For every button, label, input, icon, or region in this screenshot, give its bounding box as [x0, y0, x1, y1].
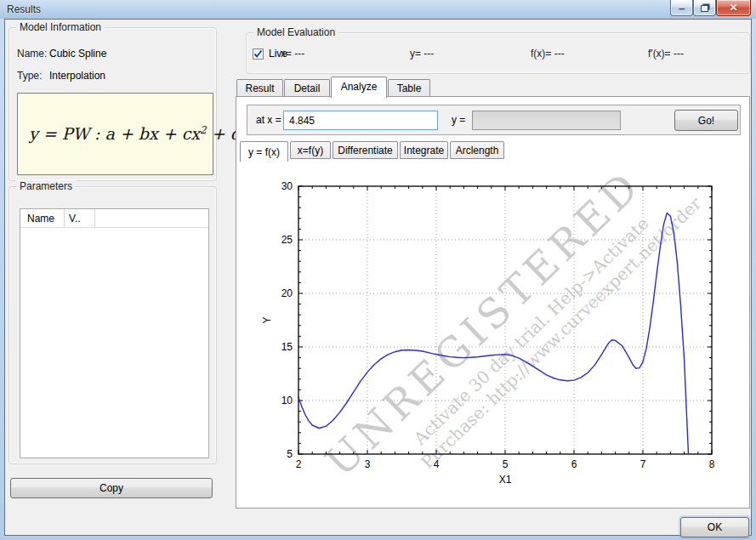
svg-text:30: 30 — [281, 180, 293, 192]
parameters-table[interactable]: Name V.. — [20, 208, 209, 458]
parameters-table-header: Name V.. — [20, 209, 208, 228]
go-button[interactable]: Go! — [674, 110, 738, 131]
x-readout: x= --- — [281, 48, 304, 60]
subtab-arclength[interactable]: Arclength — [450, 141, 504, 159]
svg-text:UNREGISTERED: UNREGISTERED — [316, 162, 651, 486]
tab-detail-label: Detail — [294, 82, 321, 94]
svg-text:25: 25 — [281, 234, 293, 246]
copy-button-label: Copy — [99, 482, 123, 494]
svg-text:2: 2 — [296, 458, 302, 470]
y-result-field — [472, 111, 621, 130]
minimize-icon: – — [679, 2, 685, 14]
subtab-y-fx-label: y = f(x) — [248, 146, 280, 158]
model-name-value: Cubic Spline — [49, 48, 106, 60]
svg-text:6: 6 — [571, 458, 577, 470]
checkmark-icon — [253, 49, 263, 59]
model-formula-box: y = PW : a + bx + cx2 + dx3 — [17, 93, 213, 175]
tab-detail[interactable]: Detail — [284, 79, 330, 97]
svg-text:20: 20 — [281, 287, 293, 299]
column-header-value[interactable]: V.. — [65, 209, 95, 227]
parameters-title: Parameters — [16, 180, 76, 192]
tab-analyze-label: Analyze — [341, 81, 378, 93]
tab-result-label: Result — [245, 82, 274, 94]
tab-analyze[interactable]: Analyze — [331, 77, 387, 98]
at-x-input[interactable] — [283, 111, 438, 130]
minimize-button[interactable]: – — [670, 0, 693, 16]
tab-table-label: Table — [397, 82, 422, 94]
subtab-integrate-label: Integrate — [404, 145, 444, 156]
subtab-arclength-label: Arclength — [456, 145, 499, 156]
subtab-x-fy-label: x=f(y) — [298, 145, 323, 156]
tab-table[interactable]: Table — [388, 79, 430, 97]
model-evaluation-group: Model Evaluation Live x= --- y= --- f(x)… — [246, 32, 750, 74]
at-x-label: at x = — [256, 114, 281, 126]
fx-readout: f(x)= --- — [531, 48, 565, 60]
model-evaluation-row: Live x= --- y= --- f(x)= --- f'(x)= --- — [247, 47, 749, 62]
y-equals-label: y = — [452, 114, 465, 126]
restore-icon — [701, 5, 708, 12]
subtab-differentiate[interactable]: Differentiate — [333, 141, 398, 159]
svg-text:4: 4 — [434, 458, 440, 470]
ok-button-label: OK — [708, 521, 722, 533]
model-name-row: Name: Cubic Spline — [17, 48, 106, 60]
function-plot-svg: UNREGISTEREDActivate 30 day trial. Help-… — [236, 162, 751, 509]
model-type-row: Type: Interpolation — [17, 70, 105, 82]
svg-text:5: 5 — [287, 448, 293, 460]
caption-buttons: – ✕ — [670, 0, 751, 16]
dialog-client-area: Model Information Name: Cubic Spline Typ… — [4, 19, 752, 536]
subtab-x-fy[interactable]: x=f(y) — [290, 141, 331, 159]
svg-text:5: 5 — [503, 458, 509, 470]
title-bar[interactable]: Results — [0, 0, 756, 19]
model-name-label: Name: — [17, 48, 49, 60]
subtab-y-fx[interactable]: y = f(x) — [240, 141, 288, 162]
function-plot[interactable]: UNREGISTEREDActivate 30 day trial. Help-… — [236, 162, 751, 509]
y-readout: y= --- — [410, 48, 434, 60]
model-information-title: Model Information — [16, 21, 105, 33]
results-window: { "window": { "title": "Results", "icons… — [0, 0, 756, 540]
tab-result[interactable]: Result — [236, 79, 283, 97]
column-header-name[interactable]: Name — [20, 209, 65, 227]
copy-button[interactable]: Copy — [10, 478, 213, 498]
live-checkbox[interactable] — [253, 48, 264, 60]
ok-button[interactable]: OK — [680, 517, 749, 537]
fprimex-readout: f'(x)= --- — [648, 48, 684, 60]
model-type-value: Interpolation — [49, 70, 105, 82]
model-information-group: Model Information Name: Cubic Spline Typ… — [9, 27, 217, 181]
parameters-group: Parameters Name V.. — [9, 186, 217, 464]
evaluate-controls-panel: at x = y = Go! — [247, 105, 741, 135]
window-title: Results — [7, 3, 41, 15]
svg-text:3: 3 — [365, 458, 371, 470]
svg-text:8: 8 — [709, 458, 715, 470]
svg-text:15: 15 — [281, 341, 293, 353]
restore-button[interactable] — [693, 0, 716, 16]
close-button[interactable]: ✕ — [716, 0, 751, 16]
analyze-tab-panel: at x = y = Go! y = f(x) x=f(y) Different… — [236, 96, 750, 509]
svg-text:7: 7 — [640, 458, 646, 470]
close-icon: ✕ — [729, 2, 737, 14]
model-evaluation-title: Model Evaluation — [253, 26, 338, 38]
svg-text:10: 10 — [281, 395, 293, 406]
go-button-label: Go! — [698, 115, 714, 127]
model-formula: y = PW : a + bx + cx2 + dx3 — [18, 124, 256, 143]
model-type-label: Type: — [17, 70, 49, 82]
subtab-integrate[interactable]: Integrate — [400, 141, 448, 159]
svg-text:X1: X1 — [499, 474, 512, 486]
subtab-differentiate-label: Differentiate — [338, 145, 392, 156]
svg-text:Y: Y — [261, 316, 273, 323]
